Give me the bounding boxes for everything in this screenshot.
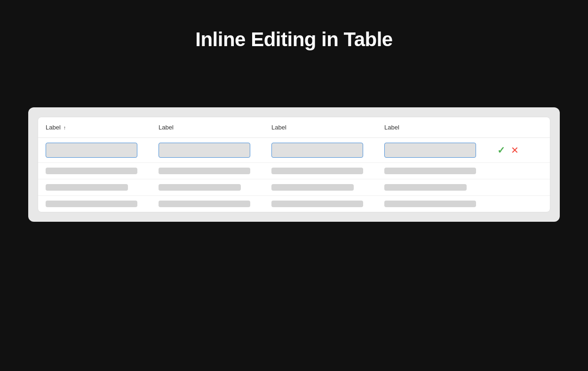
skeleton xyxy=(271,168,363,174)
outer-container: Label ↑ Label Label Label xyxy=(28,107,560,222)
column-header-2: Label xyxy=(159,124,271,131)
confirm-button[interactable]: ✓ xyxy=(497,145,505,155)
skeleton xyxy=(384,168,476,174)
cell-2-1 xyxy=(46,168,159,174)
cell-input-1-1[interactable] xyxy=(46,143,137,158)
cell-input-1-4[interactable] xyxy=(384,143,476,158)
table-row xyxy=(38,196,550,212)
column-header-4: Label xyxy=(384,124,497,131)
column-header-actions xyxy=(497,124,535,131)
column-label-1: Label xyxy=(46,124,61,131)
skeleton xyxy=(159,184,241,191)
skeleton xyxy=(159,168,250,174)
column-header-3: Label xyxy=(271,124,384,131)
table-row: ✓ ✕ xyxy=(38,138,550,163)
table-row xyxy=(38,179,550,196)
skeleton xyxy=(271,201,363,207)
cell-4-4 xyxy=(384,201,497,207)
cell-1-3 xyxy=(271,143,384,158)
column-label-3: Label xyxy=(271,124,286,131)
sort-asc-icon[interactable]: ↑ xyxy=(64,125,66,130)
cell-4-1 xyxy=(46,201,159,207)
cell-1-2 xyxy=(159,143,271,158)
cancel-button[interactable]: ✕ xyxy=(511,145,519,155)
cell-1-4 xyxy=(384,143,497,158)
skeleton xyxy=(271,184,354,191)
column-header-1: Label ↑ xyxy=(46,124,159,131)
cell-3-4 xyxy=(384,184,497,191)
cell-1-1 xyxy=(46,143,159,158)
column-label-2: Label xyxy=(159,124,174,131)
skeleton xyxy=(46,168,137,174)
table-card: Label ↑ Label Label Label xyxy=(38,117,550,212)
skeleton xyxy=(384,201,476,207)
row-actions-empty xyxy=(497,168,535,174)
row-actions-empty xyxy=(497,201,535,207)
cell-4-2 xyxy=(159,201,271,207)
cell-2-4 xyxy=(384,168,497,174)
skeleton xyxy=(159,201,250,207)
cell-2-3 xyxy=(271,168,384,174)
cell-2-2 xyxy=(159,168,271,174)
skeleton xyxy=(46,184,128,191)
skeleton xyxy=(384,184,467,191)
cell-input-1-2[interactable] xyxy=(159,143,250,158)
cell-3-1 xyxy=(46,184,159,191)
table-row xyxy=(38,163,550,179)
cell-input-1-3[interactable] xyxy=(271,143,363,158)
table-header: Label ↑ Label Label Label xyxy=(38,117,550,138)
column-label-4: Label xyxy=(384,124,399,131)
cell-3-2 xyxy=(159,184,271,191)
row-actions-empty xyxy=(497,184,535,191)
skeleton xyxy=(46,201,137,207)
page-title: Inline Editing in Table xyxy=(195,28,392,51)
cell-3-3 xyxy=(271,184,384,191)
row-actions: ✓ ✕ xyxy=(497,145,535,155)
cell-4-3 xyxy=(271,201,384,207)
